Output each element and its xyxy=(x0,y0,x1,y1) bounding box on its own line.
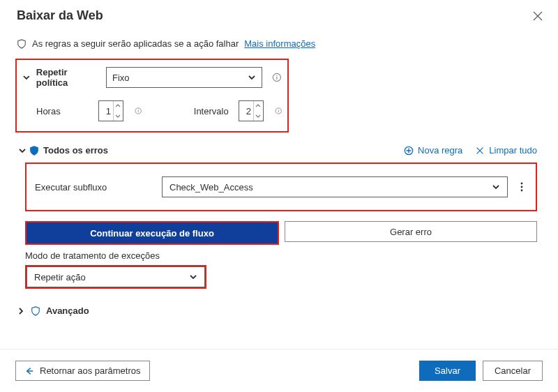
back-to-params-button[interactable]: Retornar aos parâmetros xyxy=(15,361,150,381)
chevron-down-icon[interactable] xyxy=(18,146,27,155)
info-banner: As regras a seguir serão aplicadas se a … xyxy=(0,33,558,59)
clear-all-button[interactable]: Limpar tudo xyxy=(475,145,537,156)
more-info-link[interactable]: Mais informações xyxy=(244,38,315,49)
exception-mode-select-wrap: Repetir ação xyxy=(25,265,206,289)
throw-error-button[interactable]: Gerar erro xyxy=(285,221,537,242)
clear-all-label: Limpar tudo xyxy=(489,145,537,156)
x-icon xyxy=(475,146,485,156)
interval-label: Intervalo xyxy=(194,106,229,116)
interval-value: 2 xyxy=(239,101,253,121)
continue-flow-button[interactable]: Continuar execução de fluxo xyxy=(27,223,278,243)
retry-policy-select[interactable]: Fixo xyxy=(106,67,262,88)
hours-stepper[interactable]: 1 xyxy=(98,100,123,121)
more-vertical-icon[interactable] xyxy=(516,181,527,193)
info-icon[interactable] xyxy=(135,106,142,116)
exception-mode-label: Modo de tratamento de exceções xyxy=(25,250,533,261)
advanced-label[interactable]: Avançado xyxy=(46,306,89,316)
new-rule-button[interactable]: Nova regra xyxy=(404,145,462,156)
run-subflow-row: Executar subfluxo Check_Web_Access xyxy=(25,163,537,211)
new-rule-label: Nova regra xyxy=(418,145,462,156)
exception-mode-value: Repetir ação xyxy=(34,272,86,282)
hours-value: 1 xyxy=(99,101,113,121)
stepper-arrows[interactable] xyxy=(253,101,263,121)
back-label: Retornar aos parâmetros xyxy=(40,365,141,376)
chevron-down-icon xyxy=(189,273,197,281)
all-errors-title: Todos os erros xyxy=(43,145,108,156)
info-icon[interactable] xyxy=(275,106,282,116)
shield-icon xyxy=(29,146,39,156)
retry-policy-value: Fixo xyxy=(112,73,130,83)
subflow-value: Check_Web_Access xyxy=(169,182,253,193)
dialog-footer: Retornar aos parâmetros Salvar Cancelar xyxy=(0,349,558,392)
svg-point-5 xyxy=(521,186,523,188)
continue-flow-button-wrap: Continuar execução de fluxo xyxy=(25,221,279,245)
all-errors-header: Todos os erros Nova regra Limpar tudo xyxy=(0,141,558,161)
close-icon[interactable] xyxy=(531,10,544,22)
shield-icon xyxy=(17,39,27,49)
run-subflow-label: Executar subfluxo xyxy=(35,182,153,193)
dialog-title: Baixar da Web xyxy=(17,8,103,23)
exception-mode-select[interactable]: Repetir ação xyxy=(27,266,205,287)
subflow-select[interactable]: Check_Web_Access xyxy=(162,176,508,197)
plus-circle-icon xyxy=(404,146,414,156)
shield-icon xyxy=(31,306,40,316)
retry-policy-label: Repetir política xyxy=(36,67,100,88)
save-button[interactable]: Salvar xyxy=(419,361,476,381)
stepper-arrows[interactable] xyxy=(113,101,123,121)
svg-point-4 xyxy=(521,183,523,185)
cancel-button[interactable]: Cancelar xyxy=(483,361,543,381)
info-text: As regras a seguir serão aplicadas se a … xyxy=(32,38,239,49)
chevron-down-icon xyxy=(248,73,256,82)
arrow-left-icon xyxy=(24,366,34,376)
retry-policy-section: Repetir política Fixo Horas 1 Intervalo … xyxy=(15,59,289,133)
hours-label: Horas xyxy=(36,106,61,116)
chevron-down-icon xyxy=(492,183,500,191)
chevron-down-icon[interactable] xyxy=(22,73,31,82)
interval-stepper[interactable]: 2 xyxy=(239,100,264,121)
info-icon[interactable] xyxy=(272,73,282,82)
chevron-right-icon[interactable] xyxy=(17,307,25,315)
svg-point-6 xyxy=(521,190,523,192)
